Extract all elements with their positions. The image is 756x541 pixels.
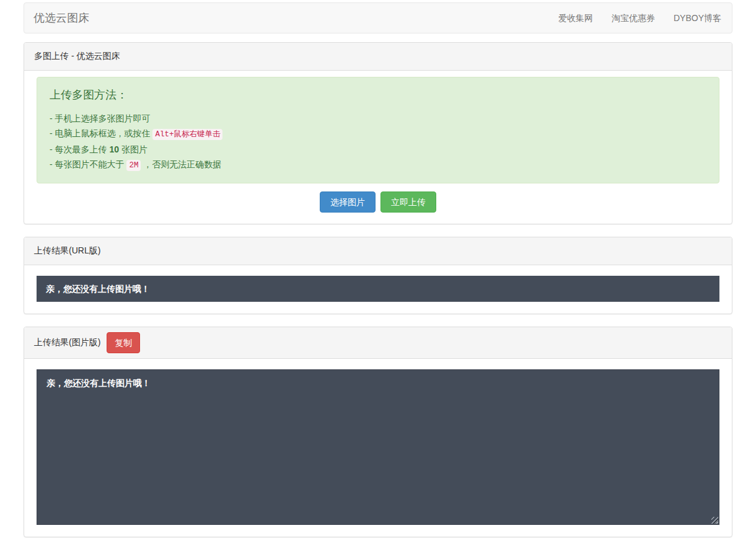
instruction-line-max-size: - 每张图片不能大于 2M ，否则无法正确数据 xyxy=(50,157,706,173)
navbar: 优选云图床 爱收集网 淘宝优惠券 DYBOY博客 xyxy=(24,2,732,33)
instruction-line-max-count: - 每次最多上传 10 张图片 xyxy=(50,142,706,157)
image-result-textarea-wrap: 亲，您还没有上传图片哦！ xyxy=(37,369,719,525)
url-result-panel: 上传结果(URL版) 亲，您还没有上传图片哦！ xyxy=(24,237,732,314)
max-size-code: 2M xyxy=(126,160,141,171)
url-result-body: 亲，您还没有上传图片哦！ xyxy=(24,265,732,314)
upload-now-button[interactable]: 立即上传 xyxy=(380,191,436,213)
image-result-body: 亲，您还没有上传图片哦！ xyxy=(24,359,732,537)
nav-link-aishoujiwang[interactable]: 爱收集网 xyxy=(549,2,602,33)
upload-panel: 多图上传 - 优选云图床 上传多图方法： - 手机上选择多张图片即可 - 电脑上… xyxy=(24,42,732,224)
copy-button[interactable]: 复制 xyxy=(107,332,140,353)
image-result-title: 上传结果(图片版) xyxy=(34,337,100,348)
instruction-line-mobile: - 手机上选择多张图片即可 xyxy=(50,111,706,126)
max-count-value: 10 xyxy=(109,144,119,154)
upload-panel-heading: 多图上传 - 优选云图床 xyxy=(24,43,732,71)
image-result-panel: 上传结果(图片版) 复制 亲，您还没有上传图片哦！ xyxy=(24,327,732,537)
alt-rightclick-code: Alt+鼠标右键单击 xyxy=(152,129,222,140)
page-container: 优选云图床 爱收集网 淘宝优惠券 DYBOY博客 多图上传 - 优选云图床 上传… xyxy=(24,0,732,537)
nav-link-taobao-coupon[interactable]: 淘宝优惠券 xyxy=(602,2,664,33)
upload-instructions-alert: 上传多图方法： - 手机上选择多张图片即可 - 电脑上鼠标框选，或按住 Alt+… xyxy=(37,77,719,183)
instruction-line-desktop: - 电脑上鼠标框选，或按住 Alt+鼠标右键单击 xyxy=(50,126,706,142)
upload-button-row: 选择图片 立即上传 xyxy=(37,191,719,214)
nav-link-dyboy-blog[interactable]: DYBOY博客 xyxy=(664,2,731,33)
upload-panel-title: 多图上传 - 优选云图床 xyxy=(34,51,120,61)
instructions-title: 上传多图方法： xyxy=(50,87,706,102)
navbar-links: 爱收集网 淘宝优惠券 DYBOY博客 xyxy=(549,2,732,33)
image-result-textarea[interactable]: 亲，您还没有上传图片哦！ xyxy=(37,369,719,525)
url-result-output: 亲，您还没有上传图片哦！ xyxy=(37,276,719,302)
brand-link[interactable]: 优选云图床 xyxy=(24,2,99,33)
url-result-title: 上传结果(URL版) xyxy=(34,245,100,255)
image-result-heading: 上传结果(图片版) 复制 xyxy=(24,327,732,359)
upload-panel-body: 上传多图方法： - 手机上选择多张图片即可 - 电脑上鼠标框选，或按住 Alt+… xyxy=(24,71,732,224)
url-result-heading: 上传结果(URL版) xyxy=(24,237,732,265)
choose-images-button[interactable]: 选择图片 xyxy=(320,191,376,213)
